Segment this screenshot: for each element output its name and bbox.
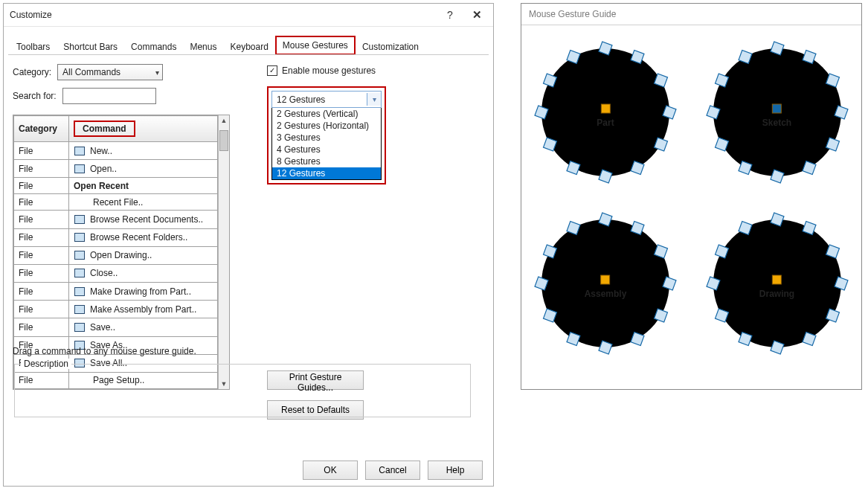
tab-mouse-gestures[interactable]: Mouse Gestures [275, 36, 356, 55]
gesture-count-dropdown[interactable]: 12 Gestures ▾ [271, 91, 382, 108]
command-label: Open Drawing.. [90, 250, 152, 260]
ok-button[interactable]: OK [303, 460, 358, 480]
command-label: Open.. [90, 164, 117, 174]
cell-category: File [14, 178, 69, 194]
gesture-count-area: 12 Gestures ▾ 2 Gestures (Vertical)2 Ges… [267, 86, 386, 184]
cell-category: File [14, 142, 69, 160]
table-row[interactable]: FileOpen Drawing.. [14, 246, 218, 264]
tab-customization[interactable]: Customization [356, 38, 425, 55]
dropdown-arrow-icon: ▾ [367, 93, 381, 106]
cell-command: Close.. [69, 264, 218, 282]
cell-command: New.. [69, 142, 218, 160]
help-button[interactable]: Help [428, 460, 483, 480]
description-legend: Description [21, 359, 71, 369]
cell-command: Open Recent [69, 178, 218, 194]
col-header-category[interactable]: Category [14, 116, 69, 142]
table-row[interactable]: FileNew.. [14, 142, 218, 160]
cell-category: File [14, 160, 69, 178]
table-row[interactable]: FileOpen.. [14, 160, 218, 178]
cell-command: Save.. [69, 318, 218, 336]
cell-category: File [14, 301, 69, 318]
scroll-up-arrow-icon[interactable]: ▲ [219, 115, 229, 126]
gesture-option[interactable]: 3 Gestures [272, 132, 381, 144]
table-row[interactable]: FileRecent File.. [14, 194, 218, 211]
search-for-label: Search for: [13, 91, 57, 101]
gesture-option[interactable]: 8 Gestures [272, 155, 381, 167]
svg-point-14 [713, 48, 841, 176]
table-row[interactable]: FileClose.. [14, 264, 218, 282]
cell-category: File [14, 194, 69, 211]
gesture-option[interactable]: 2 Gestures (Horizontal) [272, 120, 381, 132]
cell-category: File [14, 283, 69, 301]
tab-keyboard[interactable]: Keyboard [223, 38, 274, 55]
instruction-text: Drag a command to any mouse gesture guid… [13, 346, 196, 356]
category-combo[interactable]: All Commands ▾ [57, 64, 163, 80]
recent-docs-icon [74, 214, 86, 225]
command-label: Browse Recent Documents.. [90, 214, 203, 225]
cell-command: Browse Recent Folders.. [69, 228, 218, 246]
cell-category: File [14, 318, 69, 336]
gesture-ring-part[interactable]: Part [527, 34, 684, 190]
gesture-guide-panel: Mouse Gesture Guide Part Sketch [521, 3, 862, 390]
cell-category: File [14, 228, 69, 246]
svg-point-28 [541, 219, 669, 347]
category-combo-value: All Commands [62, 67, 120, 77]
open-folder-icon [74, 163, 86, 175]
enable-gestures-checkbox[interactable]: ✓ [267, 65, 277, 76]
command-label: Close.. [90, 268, 118, 278]
gesture-option[interactable]: 4 Gestures [272, 144, 381, 155]
cell-command: Make Drawing from Part.. [69, 283, 218, 301]
category-label: Category: [13, 67, 51, 77]
gesture-ring-sketch[interactable]: Sketch [699, 34, 855, 190]
customize-dialog: Customize ? ✕ Toolbars Shortcut Bars Com… [3, 3, 494, 487]
command-label: Open Recent [74, 181, 129, 191]
gesture-count-list: 2 Gestures (Vertical)2 Gestures (Horizon… [271, 108, 382, 180]
gesture-option[interactable]: 2 Gestures (Vertical) [272, 108, 381, 120]
close-button[interactable]: ✕ [463, 5, 490, 25]
cell-category: File [14, 211, 69, 228]
cell-command: Recent File.. [69, 194, 218, 211]
command-label: New.. [90, 146, 112, 156]
blank-page-icon [74, 145, 86, 157]
table-row[interactable]: FileBrowse Recent Folders.. [14, 228, 218, 246]
tab-menus[interactable]: Menus [183, 38, 223, 55]
table-row[interactable]: FileMake Assembly from Part.. [14, 301, 218, 318]
enable-gestures-label: Enable mouse gestures [282, 65, 376, 76]
gesture-guide-title: Mouse Gesture Guide [521, 4, 861, 25]
description-groupbox: Description [14, 364, 471, 417]
dialog-titlebar: Customize ? ✕ [4, 4, 493, 27]
gesture-ring-assembly[interactable]: Assembly [527, 205, 684, 362]
cell-command: Make Assembly from Part.. [69, 301, 218, 318]
gesture-ring-drawing[interactable]: Drawing [699, 205, 855, 362]
cell-category: File [14, 246, 69, 264]
dropdown-arrow-icon: ▾ [155, 68, 159, 77]
help-button[interactable]: ? [437, 6, 463, 24]
command-label: Save.. [90, 322, 115, 333]
open-drawing-icon [74, 249, 86, 261]
tab-shortcut-bars[interactable]: Shortcut Bars [57, 38, 124, 55]
cancel-button[interactable]: Cancel [365, 460, 420, 480]
col-header-command[interactable]: Command [69, 116, 218, 142]
table-row[interactable]: FileSave.. [14, 318, 218, 336]
recent-folders-icon [74, 231, 86, 243]
table-row[interactable]: FileMake Drawing from Part.. [14, 283, 218, 301]
svg-point-42 [713, 219, 841, 347]
search-input[interactable] [62, 88, 156, 104]
tab-toolbars[interactable]: Toolbars [10, 38, 57, 55]
tab-commands[interactable]: Commands [124, 38, 183, 55]
cell-command: Open.. [69, 160, 218, 178]
table-scrollbar[interactable]: ▲ ▼ [218, 115, 229, 389]
table-row[interactable]: FileOpen Recent [14, 178, 218, 194]
tabstrip: Toolbars Shortcut Bars Commands Menus Ke… [4, 27, 493, 55]
cell-command: Browse Recent Documents.. [69, 211, 218, 228]
gesture-count-value: 12 Gestures [277, 94, 325, 105]
make-assembly-icon [74, 304, 86, 315]
gesture-option[interactable]: 12 Gestures [272, 167, 381, 179]
scroll-thumb[interactable] [219, 130, 228, 151]
dialog-title: Customize [10, 10, 437, 20]
table-row[interactable]: FileBrowse Recent Documents.. [14, 211, 218, 228]
svg-point-0 [541, 48, 669, 176]
close-doc-icon [74, 267, 86, 279]
cell-category: File [14, 264, 69, 282]
command-label: Recent File.. [93, 197, 143, 208]
